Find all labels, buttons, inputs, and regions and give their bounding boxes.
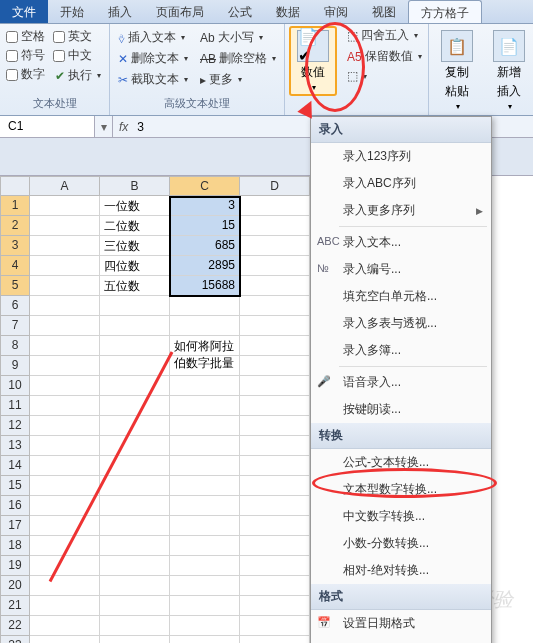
row-header-1[interactable]: 1 [0,196,30,216]
cell[interactable] [30,536,100,556]
btn-delete-text[interactable]: ✕删除文本▾ [116,49,190,68]
tab-view[interactable]: 视图 [360,0,408,23]
fx-icon[interactable]: fx [119,120,128,134]
menu-rel-abs[interactable]: 相对-绝对转换... [311,557,491,584]
row-header-22[interactable]: 22 [0,616,30,636]
cell[interactable] [170,416,240,436]
menu-fill-blank[interactable]: 填充空白单元格... [311,283,491,310]
btn-keep-value[interactable]: A5保留数值▾ [345,47,424,66]
menu-decimal-fraction[interactable]: 小数-分数转换... [311,530,491,557]
row-header-17[interactable]: 17 [0,516,30,536]
cell[interactable] [100,376,170,396]
btn-case[interactable]: Ab大小写▾ [198,28,278,47]
cell[interactable]: 二位数 [100,216,170,236]
tab-data[interactable]: 数据 [264,0,312,23]
row-header-18[interactable]: 18 [0,536,30,556]
cell[interactable] [170,456,240,476]
row-header-6[interactable]: 6 [0,296,30,316]
col-header-c[interactable]: C [170,176,240,196]
row-header-16[interactable]: 16 [0,496,30,516]
cell[interactable] [240,236,310,256]
cell[interactable]: 五位数 [100,276,170,296]
tab-formula[interactable]: 公式 [216,0,264,23]
btn-cut-text[interactable]: ✂截取文本▾ [116,70,190,89]
cell[interactable] [170,396,240,416]
cell[interactable] [240,436,310,456]
menu-text-number[interactable]: 文本型数字转换... [311,476,491,503]
row-header-8[interactable]: 8 [0,336,30,356]
cell[interactable] [240,616,310,636]
cell[interactable] [100,616,170,636]
cell[interactable]: 一位数 [100,196,170,216]
row-header-2[interactable]: 2 [0,216,30,236]
cell[interactable] [30,576,100,596]
chk-english[interactable]: 英文 [53,28,103,45]
cell[interactable] [170,376,240,396]
tab-layout[interactable]: 页面布局 [144,0,216,23]
cell[interactable] [240,396,310,416]
cell[interactable] [240,556,310,576]
row-header-14[interactable]: 14 [0,456,30,476]
cell[interactable] [30,556,100,576]
cell[interactable] [30,396,100,416]
row-header-4[interactable]: 4 [0,256,30,276]
chk-symbol[interactable]: 符号 [6,47,45,64]
btn-copy-paste[interactable]: 📋 复制 粘贴▾ [435,28,479,113]
cell[interactable] [100,416,170,436]
tab-file[interactable]: 文件 [0,0,48,23]
cell[interactable]: 三位数 [100,236,170,256]
cell[interactable] [240,516,310,536]
cell[interactable] [240,316,310,336]
btn-numeric[interactable]: 📄✔ 数值 ▾ [289,26,337,96]
cell[interactable]: 3 [170,196,240,216]
cell[interactable] [240,416,310,436]
cell[interactable] [240,596,310,616]
btn-misc[interactable]: ⬚▾ [345,68,424,84]
cell[interactable] [30,456,100,476]
menu-row-col-size[interactable]: 设置行高列宽... [311,637,491,643]
cell[interactable] [240,336,310,356]
btn-round[interactable]: ⬚四舍五入▾ [345,26,424,45]
row-header-9[interactable]: 9 [0,356,30,376]
cell[interactable] [100,516,170,536]
row-header-7[interactable]: 7 [0,316,30,336]
cell[interactable] [30,196,100,216]
row-header-15[interactable]: 15 [0,476,30,496]
cell[interactable] [170,496,240,516]
cell[interactable] [100,296,170,316]
btn-insert-text[interactable]: ⎀插入文本▾ [116,28,190,47]
cell[interactable] [100,556,170,576]
cell[interactable] [240,356,310,376]
col-header-b[interactable]: B [100,176,170,196]
cell[interactable] [240,636,310,643]
cell[interactable] [100,356,170,376]
cell[interactable] [240,216,310,236]
cell[interactable] [100,436,170,456]
cell[interactable] [100,336,170,356]
select-all-corner[interactable] [0,176,30,196]
menu-multi-sheet[interactable]: 录入多表与透视... [311,310,491,337]
menu-input-text[interactable]: ABC录入文本... [311,229,491,256]
formula-input[interactable]: 3 [134,117,147,137]
cell[interactable] [240,536,310,556]
row-header-19[interactable]: 19 [0,556,30,576]
row-header-11[interactable]: 11 [0,396,30,416]
menu-formula-text[interactable]: 公式-文本转换... [311,449,491,476]
row-header-23[interactable]: 23 [0,636,30,643]
cell[interactable] [30,376,100,396]
cell[interactable] [170,476,240,496]
cell[interactable] [240,196,310,216]
menu-date-format[interactable]: 📅设置日期格式 [311,610,491,637]
cell[interactable] [240,496,310,516]
cell[interactable] [100,576,170,596]
cell[interactable] [30,476,100,496]
chk-space[interactable]: 空格 [6,28,45,45]
btn-trim-space[interactable]: AB删除空格▾ [198,49,278,68]
cell[interactable]: 如何将阿拉伯数字批量 [170,336,240,356]
cell[interactable] [30,316,100,336]
cell[interactable] [240,476,310,496]
menu-123-series[interactable]: 录入123序列 [311,143,491,170]
cell[interactable] [30,596,100,616]
menu-more-series[interactable]: 录入更多序列▶ [311,197,491,224]
name-box[interactable]: C1 [0,116,95,137]
